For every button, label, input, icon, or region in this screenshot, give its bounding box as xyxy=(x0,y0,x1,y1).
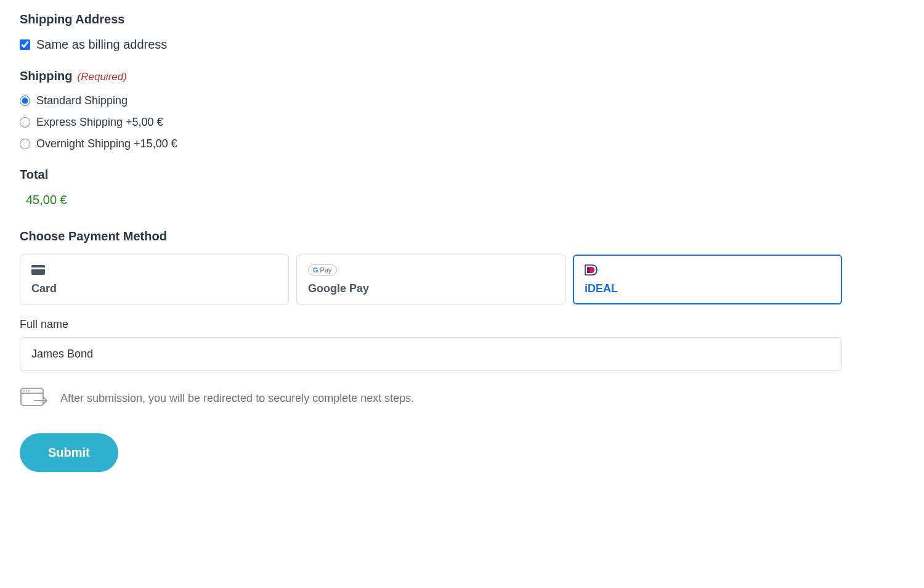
shipping-method-heading-row: Shipping (Required) xyxy=(20,69,842,83)
svg-point-6 xyxy=(23,390,25,391)
shipping-required-label: (Required) xyxy=(78,71,127,83)
redirect-notice-text: After submission, you will be redirected… xyxy=(60,392,414,405)
payment-option-ideal[interactable]: iDEAL xyxy=(573,255,842,304)
shipping-radio-express[interactable] xyxy=(20,117,30,128)
same-as-billing-checkbox[interactable] xyxy=(20,39,30,50)
payment-methods-row: Card G Pay Google Pay iDEAL xyxy=(20,255,842,304)
shipping-option-overnight: Overnight Shipping +15,00 € xyxy=(20,137,842,150)
shipping-label-overnight[interactable]: Overnight Shipping +15,00 € xyxy=(36,137,177,150)
full-name-input[interactable] xyxy=(20,337,842,371)
total-value: 45,00 € xyxy=(26,193,842,207)
shipping-method-radio-group: Standard Shipping Express Shipping +5,00… xyxy=(20,94,842,150)
shipping-label-standard[interactable]: Standard Shipping xyxy=(36,94,128,107)
svg-point-7 xyxy=(26,390,27,391)
gpay-icon: G Pay xyxy=(308,264,337,276)
total-heading: Total xyxy=(20,168,842,182)
shipping-option-standard: Standard Shipping xyxy=(20,94,842,107)
full-name-label: Full name xyxy=(20,318,842,331)
svg-point-8 xyxy=(28,390,30,391)
shipping-address-heading: Shipping Address xyxy=(20,12,842,27)
card-icon xyxy=(31,264,45,276)
shipping-label-express[interactable]: Express Shipping +5,00 € xyxy=(36,116,163,129)
shipping-option-express: Express Shipping +5,00 € xyxy=(20,116,842,129)
shipping-radio-standard[interactable] xyxy=(20,96,30,106)
submit-button[interactable]: Submit xyxy=(20,433,118,472)
svg-rect-0 xyxy=(31,265,45,275)
payment-method-heading: Choose Payment Method xyxy=(20,229,842,243)
shipping-radio-overnight[interactable] xyxy=(20,139,30,149)
shipping-method-heading: Shipping xyxy=(20,69,73,83)
ideal-icon xyxy=(585,264,598,276)
payment-option-gpay[interactable]: G Pay Google Pay xyxy=(296,255,565,304)
payment-label-ideal: iDEAL xyxy=(585,282,618,295)
redirect-icon xyxy=(20,386,48,411)
svg-rect-1 xyxy=(31,267,45,269)
payment-label-gpay: Google Pay xyxy=(308,282,369,295)
same-as-billing-label[interactable]: Same as billing address xyxy=(36,38,167,52)
payment-label-card: Card xyxy=(31,282,57,295)
svg-rect-2 xyxy=(587,271,590,273)
payment-option-card[interactable]: Card xyxy=(20,255,289,304)
svg-point-3 xyxy=(587,268,590,271)
same-as-billing-row: Same as billing address xyxy=(20,38,842,52)
redirect-notice: After submission, you will be redirected… xyxy=(20,386,842,411)
